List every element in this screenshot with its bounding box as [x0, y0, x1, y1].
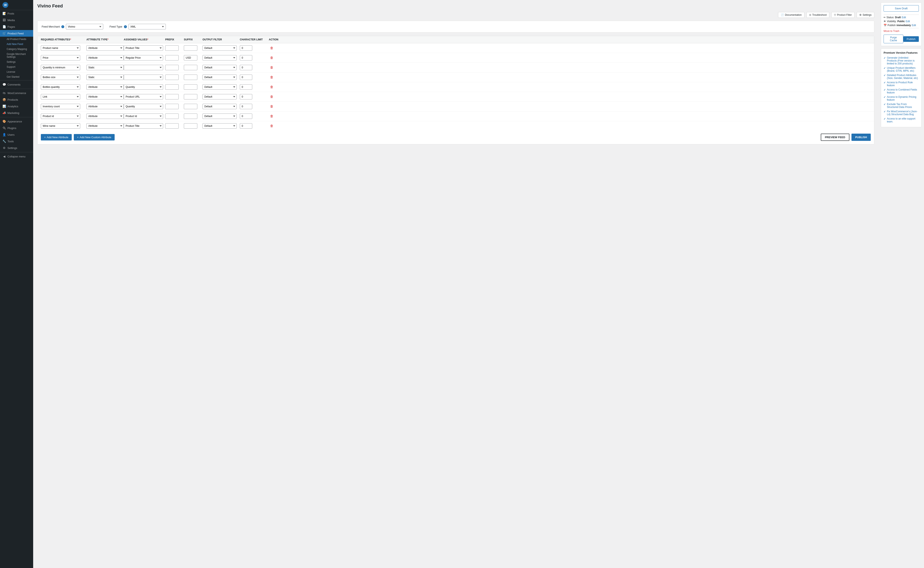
merchant-info-icon[interactable]: i	[61, 25, 64, 28]
type-select-4[interactable]: Attribute	[86, 84, 124, 90]
premium-link-4[interactable]: Access to Combined Fields feature	[887, 88, 919, 94]
filter-select-8[interactable]: Default	[203, 123, 237, 128]
suffix-input-8[interactable]	[184, 123, 197, 128]
filter-select-5[interactable]: Default	[203, 94, 237, 100]
premium-link-1[interactable]: Unique Product Identifiers (Brand, GTIN,…	[887, 66, 919, 72]
required-attr-select-6[interactable]: Inventory count	[41, 104, 80, 109]
char-limit-input-7[interactable]	[240, 113, 252, 119]
delete-row-button-1[interactable]: 🗑	[269, 56, 275, 60]
prefix-input-8[interactable]	[165, 123, 178, 128]
char-limit-input-4[interactable]	[240, 84, 252, 90]
premium-link-0[interactable]: Generate Unlimited Products (Free versio…	[887, 56, 919, 65]
assigned-select-5[interactable]: Product URL	[124, 94, 163, 100]
suffix-input-3[interactable]	[184, 75, 197, 80]
sidebar-item-product-feed[interactable]: 🛒 Product Feed	[0, 30, 33, 37]
suffix-input-5[interactable]	[184, 94, 197, 100]
required-attr-select-7[interactable]: Product id	[41, 113, 80, 119]
sidebar-item-posts[interactable]: 📝 Posts	[0, 10, 33, 17]
sidebar-item-products[interactable]: 📦 Products	[0, 96, 33, 103]
publish-button-main[interactable]: PUBLISH	[851, 134, 871, 141]
char-limit-input-0[interactable]	[240, 45, 252, 51]
required-attr-select-1[interactable]: Price	[41, 55, 80, 60]
delete-row-button-3[interactable]: 🗑	[269, 75, 275, 80]
suffix-input-0[interactable]	[184, 45, 197, 51]
documentation-button[interactable]: 📄 Documentation	[778, 12, 805, 18]
sidebar-sub-category-mapping[interactable]: Category Mapping	[0, 47, 33, 51]
prefix-input-1[interactable]	[165, 55, 178, 60]
type-select-1[interactable]: Attribute	[86, 55, 124, 60]
sidebar-sub-license[interactable]: License	[0, 69, 33, 74]
char-limit-input-1[interactable]	[240, 55, 252, 60]
assigned-select-8[interactable]: Product Title	[124, 123, 163, 128]
delete-row-button-6[interactable]: 🗑	[269, 104, 275, 109]
char-limit-input-3[interactable]	[240, 75, 252, 80]
prefix-input-2[interactable]	[165, 65, 178, 70]
filter-select-7[interactable]: Default	[203, 113, 237, 119]
required-attr-select-2[interactable]: Quantity is minimum	[41, 65, 80, 70]
sidebar-item-marketing[interactable]: 📣 Marketing	[0, 110, 33, 116]
filter-select-4[interactable]: Default	[203, 84, 237, 90]
prefix-input-6[interactable]	[165, 104, 178, 109]
suffix-input-7[interactable]	[184, 113, 197, 119]
merchant-select[interactable]: Vivino	[66, 24, 103, 29]
assigned-select-2[interactable]	[124, 65, 163, 70]
char-limit-input-8[interactable]	[240, 123, 252, 128]
premium-link-2[interactable]: Detailed Product Attributes (Size, Gende…	[887, 74, 919, 80]
prefix-input-5[interactable]	[165, 94, 178, 100]
delete-row-button-8[interactable]: 🗑	[269, 124, 275, 128]
sidebar-item-tools[interactable]: 🔧 Tools	[0, 138, 33, 145]
char-limit-input-5[interactable]	[240, 94, 252, 100]
save-draft-button[interactable]: Save Draft	[883, 5, 919, 12]
required-attr-select-5[interactable]: Link	[41, 94, 80, 100]
char-limit-input-6[interactable]	[240, 104, 252, 109]
delete-row-button-4[interactable]: 🗑	[269, 85, 275, 89]
premium-link-3[interactable]: Access to Product Rule feature	[887, 81, 919, 87]
type-select-7[interactable]: Attribute	[86, 113, 124, 119]
prefix-input-3[interactable]	[165, 75, 178, 80]
sidebar-item-plugins[interactable]: 🔌 Plugins	[0, 125, 33, 131]
suffix-input-1[interactable]	[184, 55, 197, 60]
premium-link-6[interactable]: Exclude Tax From Structured Data Prices	[887, 103, 919, 109]
premium-link-7[interactable]: Fix WooCommerce's (Json-Ld) Structured D…	[887, 110, 919, 116]
required-attr-select-4[interactable]: Bottles quantity	[41, 84, 80, 90]
move-to-trash-link[interactable]: Move to Trash	[883, 30, 899, 33]
sidebar-item-users[interactable]: 👤 Users	[0, 131, 33, 138]
feed-type-select[interactable]: XML	[129, 24, 166, 29]
publish-edit-link[interactable]: Edit	[912, 24, 916, 27]
prefix-input-4[interactable]	[165, 84, 178, 90]
add-custom-attribute-button[interactable]: + Add New Custom Attribute	[74, 134, 115, 140]
troubleshoot-button[interactable]: ⊙ Troubleshoot	[806, 12, 829, 18]
sidebar-item-pages[interactable]: 📄 Pages	[0, 23, 33, 30]
visibility-edit-link[interactable]: Edit	[906, 20, 910, 23]
suffix-input-4[interactable]	[184, 84, 197, 90]
suffix-input-6[interactable]	[184, 104, 197, 109]
filter-select-0[interactable]: Default	[203, 45, 237, 51]
preview-feed-button[interactable]: PREVIEW FEED	[821, 134, 849, 141]
type-select-5[interactable]: Attribute	[86, 94, 124, 100]
required-attr-select-3[interactable]: Bottles size	[41, 75, 80, 80]
filter-select-6[interactable]: Default	[203, 104, 237, 109]
premium-link-5[interactable]: Access to Dynamic Pricing feature	[887, 95, 919, 101]
char-limit-input-2[interactable]	[240, 65, 252, 70]
sidebar-sub-google-merchant[interactable]: Google Merchant Settings	[0, 51, 33, 59]
prefix-input-7[interactable]	[165, 113, 178, 119]
type-select-0[interactable]: Attribute	[86, 45, 124, 51]
sidebar-item-comments[interactable]: 💬 Comments	[0, 81, 33, 88]
sidebar-sub-settings[interactable]: Settings	[0, 59, 33, 64]
sidebar-sub-get-started[interactable]: Get Started	[0, 74, 33, 79]
feed-type-info-icon[interactable]: i	[124, 25, 127, 28]
status-edit-link[interactable]: Edit	[901, 16, 906, 19]
settings-button[interactable]: ⚙ Settings	[857, 12, 874, 18]
type-select-3[interactable]: Static	[86, 75, 124, 80]
publish-side-button[interactable]: Publish	[903, 36, 919, 42]
type-select-2[interactable]: Static	[86, 65, 124, 70]
sidebar-item-settings[interactable]: ⚙ Settings	[0, 145, 33, 151]
assigned-select-0[interactable]: Product Title	[124, 45, 163, 51]
sidebar-sub-all-feeds[interactable]: All Product Feeds	[0, 37, 33, 42]
suffix-input-2[interactable]	[184, 65, 197, 70]
premium-link-8[interactable]: Access to an elite support team.	[887, 117, 919, 123]
purge-cache-button[interactable]: Purge Cache	[883, 35, 903, 43]
delete-row-button-0[interactable]: 🗑	[269, 46, 275, 50]
required-attr-select-8[interactable]: Wine name	[41, 123, 80, 128]
filter-select-1[interactable]: Default	[203, 55, 237, 60]
